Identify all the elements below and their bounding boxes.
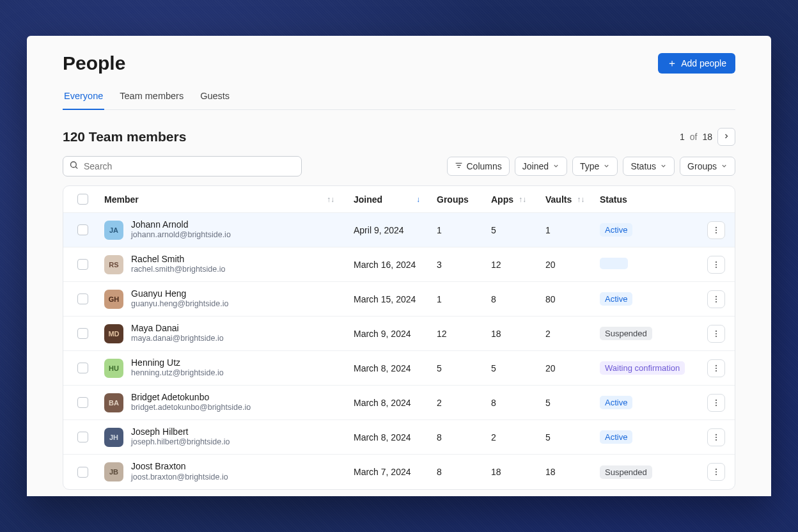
- row-actions-button[interactable]: [707, 325, 725, 343]
- table-row[interactable]: GHGuanyu Hengguanyu.heng@brightside.ioMa…: [63, 282, 735, 317]
- filter-status-label: Status: [630, 161, 656, 171]
- add-people-label: Add people: [681, 58, 726, 68]
- filter-status[interactable]: Status: [623, 157, 675, 176]
- groups-cell: 12: [432, 325, 486, 343]
- more-vertical-icon: [712, 398, 721, 407]
- status-cell: Active: [595, 219, 697, 240]
- next-page-button[interactable]: [717, 128, 735, 146]
- row-checkbox[interactable]: [77, 259, 88, 270]
- vaults-cell: 2: [540, 325, 595, 343]
- filter-groups[interactable]: Groups: [680, 157, 735, 176]
- joined-cell: March 8, 2024: [348, 359, 432, 377]
- member-email: guanyu.heng@brightside.io: [131, 299, 228, 309]
- row-checkbox[interactable]: [77, 397, 88, 408]
- groups-cell: 3: [432, 256, 486, 274]
- table-row[interactable]: BABridget Adetokunbobridget.adetokunbo@b…: [63, 386, 735, 420]
- member-name: Guanyu Heng: [131, 288, 228, 300]
- svg-point-6: [716, 229, 717, 230]
- pagination: 1 of 18: [680, 128, 735, 146]
- table-row[interactable]: MDMaya Danaimaya.danai@brightside.ioMarc…: [63, 317, 735, 351]
- col-joined[interactable]: Joined ↓: [348, 191, 432, 208]
- svg-point-8: [716, 261, 717, 262]
- col-status[interactable]: Status: [595, 191, 697, 208]
- svg-point-0: [71, 162, 77, 168]
- page-total: 18: [702, 132, 712, 142]
- member-name: Johann Arnold: [131, 219, 231, 231]
- filter-joined[interactable]: Joined: [515, 157, 567, 176]
- row-checkbox[interactable]: [77, 467, 88, 478]
- controls-row: Columns Joined Type Status Groups: [63, 156, 735, 176]
- avatar: JB: [104, 462, 123, 481]
- col-vaults[interactable]: Vaults ↑↓: [540, 191, 595, 208]
- svg-point-19: [716, 370, 717, 372]
- row-checkbox[interactable]: [77, 328, 88, 339]
- row-checkbox[interactable]: [77, 432, 88, 442]
- col-groups[interactable]: Groups: [432, 191, 486, 208]
- more-vertical-icon: [712, 226, 721, 235]
- chevron-right-icon: [723, 132, 730, 142]
- groups-cell: 8: [432, 428, 486, 446]
- table-row[interactable]: HUHenning Utzhenning.utz@brightside.ioMa…: [63, 351, 735, 386]
- row-actions-button[interactable]: [707, 428, 725, 446]
- joined-cell: March 8, 2024: [348, 428, 432, 446]
- member-cell: RSRachel Smithrachel.smith@brightside.io: [99, 250, 348, 279]
- select-all-checkbox[interactable]: [77, 194, 88, 205]
- row-checkbox[interactable]: [77, 224, 88, 235]
- page-title: People: [63, 52, 125, 74]
- joined-cell: March 9, 2024: [348, 325, 432, 343]
- tab-everyone[interactable]: Everyone: [63, 86, 104, 110]
- chevron-down-icon: [721, 161, 728, 171]
- member-name: Joost Braxton: [131, 461, 228, 473]
- avatar: GH: [104, 290, 123, 309]
- status-badge: Waiting confirmation: [600, 361, 685, 375]
- svg-point-26: [716, 469, 717, 470]
- chevron-down-icon: [552, 161, 559, 171]
- search-input[interactable]: [63, 156, 302, 176]
- member-email: maya.danai@brightside.io: [131, 334, 224, 344]
- status-badge: Suspended: [600, 327, 652, 340]
- svg-point-13: [716, 301, 717, 302]
- member-name: Bridget Adetokunbo: [131, 392, 251, 403]
- add-people-button[interactable]: ＋ Add people: [658, 53, 735, 74]
- joined-cell: April 9, 2024: [348, 221, 432, 239]
- apps-cell: 5: [486, 359, 540, 377]
- row-actions-button[interactable]: [707, 394, 725, 412]
- col-apps[interactable]: Apps ↑↓: [486, 191, 540, 208]
- member-cell: GHGuanyu Hengguanyu.heng@brightside.io: [99, 285, 348, 313]
- status-badge: Active: [600, 292, 632, 306]
- sort-icon: ↑↓: [577, 195, 584, 204]
- count-title: 120 Team members: [63, 129, 186, 145]
- row-actions-button[interactable]: [707, 256, 725, 274]
- more-vertical-icon: [712, 329, 721, 338]
- table-row[interactable]: RSRachel Smithrachel.smith@brightside.io…: [63, 247, 735, 282]
- member-name: Rachel Smith: [131, 254, 225, 265]
- apps-cell: 8: [486, 290, 540, 308]
- groups-cell: 1: [432, 290, 486, 308]
- member-email: rachel.smith@brightside.io: [131, 265, 225, 275]
- row-actions-button[interactable]: [707, 221, 725, 239]
- row-actions-button[interactable]: [707, 290, 725, 308]
- tab-team-members[interactable]: Team members: [118, 86, 185, 110]
- columns-button[interactable]: Columns: [447, 157, 510, 176]
- groups-cell: 1: [432, 221, 486, 239]
- more-vertical-icon: [712, 364, 721, 373]
- apps-cell: 12: [486, 256, 540, 274]
- col-member[interactable]: Member ↑↓: [99, 191, 348, 208]
- row-checkbox[interactable]: [77, 363, 88, 373]
- avatar: BA: [104, 393, 123, 412]
- status-badge: Active: [600, 223, 632, 237]
- member-cell: MDMaya Danaimaya.danai@brightside.io: [99, 319, 348, 348]
- tab-guests[interactable]: Guests: [199, 86, 231, 110]
- table-row[interactable]: JHJoseph Hilbertjoseph.hilbert@brightsid…: [63, 420, 735, 455]
- table-row[interactable]: JAJohann Arnoldjohann.arnold@brightside.…: [63, 213, 735, 247]
- row-actions-button[interactable]: [707, 359, 725, 377]
- svg-point-15: [716, 332, 717, 334]
- row-checkbox[interactable]: [77, 293, 88, 304]
- member-email: bridget.adetokunbo@brightside.io: [131, 403, 251, 413]
- filter-type[interactable]: Type: [572, 157, 618, 176]
- member-cell: HUHenning Utzhenning.utz@brightside.io: [99, 354, 348, 382]
- vaults-cell: 5: [540, 394, 595, 412]
- table-row[interactable]: JBJoost Braxtonjoost.braxton@brightside.…: [63, 455, 735, 489]
- vaults-cell: 5: [540, 428, 595, 446]
- row-actions-button[interactable]: [707, 463, 725, 481]
